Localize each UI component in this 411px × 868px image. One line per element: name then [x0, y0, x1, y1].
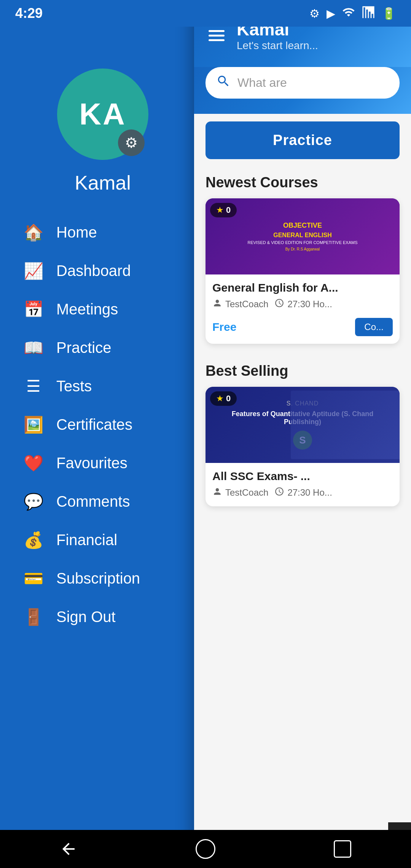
clock-icon — [274, 298, 284, 310]
sidebar-item-tests[interactable]: ☰ Tests — [15, 367, 190, 405]
sidebar: KA ⚙ Kamal 🏠 Home 📈 Dashboard 📅 Meetings… — [0, 0, 206, 868]
sidebar-item-dashboard[interactable]: 📈 Dashboard — [15, 252, 190, 290]
home-circle — [196, 839, 215, 859]
course-title-2: All SSC Exams- ... — [212, 470, 393, 483]
header-subtitle: Let's start learn... — [237, 40, 400, 52]
signal-icon — [362, 6, 375, 21]
search-icon — [216, 74, 231, 92]
sidebar-item-label: Tests — [56, 378, 92, 395]
dashboard-icon: 📈 — [23, 262, 44, 280]
provider-icon — [212, 298, 222, 310]
sidebar-item-label: Financial — [56, 531, 117, 549]
book-main-title: GENERAL ENGLISH — [273, 231, 332, 239]
search-bar[interactable]: What are — [206, 67, 400, 99]
duration-text-2: 27:30 Ho... — [287, 487, 332, 498]
course-meta-2: TestCoach 27:30 Ho... — [212, 487, 393, 499]
sidebar-item-meetings[interactable]: 📅 Meetings — [15, 290, 190, 329]
hamburger-line-3 — [209, 39, 225, 41]
course-badge-2: ★ 0 — [210, 391, 237, 406]
sidebar-item-subscription[interactable]: 💳 Subscription — [15, 559, 190, 598]
course-info: General English for A... TestCoach 27:30… — [206, 274, 400, 344]
sidebar-item-label: Favourites — [56, 455, 127, 472]
course-title: General English for A... — [212, 281, 393, 294]
sidebar-item-financial[interactable]: 💰 Financial — [15, 521, 190, 559]
recents-square — [334, 840, 351, 858]
course-info-2: All SSC Exams- ... TestCoach 27:30 Ho... — [206, 463, 400, 506]
signout-icon: 🚪 — [23, 608, 44, 626]
android-back-button[interactable] — [57, 838, 80, 860]
sidebar-user-name: Kamal — [75, 171, 131, 194]
course-action-button[interactable]: Co... — [355, 318, 393, 336]
search-input[interactable]: What are — [237, 76, 389, 90]
financial-icon: 💰 — [23, 531, 44, 549]
course-thumbnail: ★ 0 OBJECTIVE GENERAL ENGLISH REVISED & … — [206, 198, 400, 274]
course-thumbnail-2: ★ 0 S. CHAND Features of Quantitative Ap… — [206, 387, 400, 463]
subscription-icon: 💳 — [23, 569, 44, 588]
tests-icon: ☰ — [23, 377, 44, 396]
comments-icon: 💬 — [23, 492, 44, 511]
badge-number: 0 — [226, 205, 231, 215]
sidebar-item-favourites[interactable]: ❤️ Favourites — [15, 444, 190, 482]
provider-icon-2 — [212, 487, 222, 499]
newest-courses-section: Newest Courses ★ 0 OBJECTIVE GENERAL ENG… — [194, 167, 411, 355]
sidebar-item-practice[interactable]: 📖 Practice — [15, 329, 190, 367]
sidebar-item-label: Meetings — [56, 301, 118, 318]
android-home-button[interactable] — [194, 838, 217, 860]
android-recents-button[interactable] — [331, 838, 354, 860]
sidebar-item-certificates[interactable]: 🖼️ Certificates — [15, 405, 190, 444]
sidebar-item-label: Sign Out — [56, 608, 116, 625]
status-icons: ⚙ ▶ 🔋 — [309, 6, 396, 21]
course-duration: 27:30 Ho... — [274, 298, 332, 310]
duration-text: 27:30 Ho... — [287, 299, 332, 310]
hamburger-button[interactable] — [206, 27, 228, 44]
hamburger-line-2 — [209, 35, 225, 37]
status-time: 4:29 — [15, 5, 43, 21]
home-icon: 🏠 — [23, 223, 44, 242]
sidebar-item-comments[interactable]: 💬 Comments — [15, 482, 190, 521]
course-provider: TestCoach — [212, 298, 268, 310]
book-cover-1: ★ 0 OBJECTIVE GENERAL ENGLISH REVISED & … — [206, 198, 400, 274]
course-price-row: Free Co... — [212, 314, 393, 340]
favourites-icon: ❤️ — [23, 454, 44, 472]
provider-name: TestCoach — [225, 299, 268, 310]
battery-icon: 🔋 — [382, 7, 396, 20]
book-cover-bg-2 — [291, 391, 400, 459]
book-subtitle: REVISED & VIDEO EDITION FOR COMPETITIVE … — [247, 240, 357, 245]
provider-name-2: TestCoach — [225, 487, 268, 498]
sidebar-item-label: Home — [56, 224, 97, 241]
course-card[interactable]: ★ 0 OBJECTIVE GENERAL ENGLISH REVISED & … — [206, 198, 400, 344]
search-container: What are — [194, 67, 411, 114]
course-duration-2: 27:30 Ho... — [274, 487, 332, 499]
android-nav-bar — [0, 830, 411, 868]
sidebar-item-label: Dashboard — [56, 262, 131, 279]
course-card-2[interactable]: ★ 0 S. CHAND Features of Quantitative Ap… — [206, 387, 400, 506]
clock-icon-2 — [274, 487, 284, 499]
practice-button[interactable]: Practice — [206, 121, 400, 159]
main-panel: Kamal Let's start learn... What are Prac… — [194, 0, 411, 868]
newest-courses-title: Newest Courses — [206, 174, 400, 191]
practice-section: Practice — [194, 114, 411, 167]
status-bar: 4:29 ⚙ ▶ 🔋 — [0, 0, 411, 27]
best-selling-section: Best Selling ★ 0 S. CHAND Features of Qu… — [194, 355, 411, 518]
course-meta: TestCoach 27:30 Ho... — [212, 298, 393, 310]
book-author: By Dr. R.S Aggarwal — [285, 247, 320, 251]
settings-button[interactable]: ⚙ — [118, 129, 145, 156]
sidebar-item-label: Comments — [56, 493, 130, 510]
course-price: Free — [212, 321, 236, 333]
course-provider-2: TestCoach — [212, 487, 268, 499]
best-selling-title: Best Selling — [206, 363, 400, 379]
sidebar-item-home[interactable]: 🏠 Home — [15, 213, 190, 252]
nav-menu: 🏠 Home 📈 Dashboard 📅 Meetings 📖 Practice… — [0, 213, 206, 636]
book-top-label: OBJECTIVE — [283, 222, 322, 230]
meetings-icon: 📅 — [23, 300, 44, 319]
course-badge: ★ 0 — [210, 203, 237, 217]
badge-number-2: 0 — [226, 394, 231, 404]
sidebar-item-signout[interactable]: 🚪 Sign Out — [15, 598, 190, 636]
gear-icon: ⚙ — [125, 134, 138, 151]
sidebar-item-label: Practice — [56, 339, 112, 356]
settings-icon: ⚙ — [309, 7, 320, 20]
media-icon: ▶ — [327, 7, 335, 20]
star-icon-2: ★ — [216, 394, 224, 404]
avatar-container: KA ⚙ — [57, 69, 148, 160]
sidebar-item-label: Subscription — [56, 570, 140, 587]
